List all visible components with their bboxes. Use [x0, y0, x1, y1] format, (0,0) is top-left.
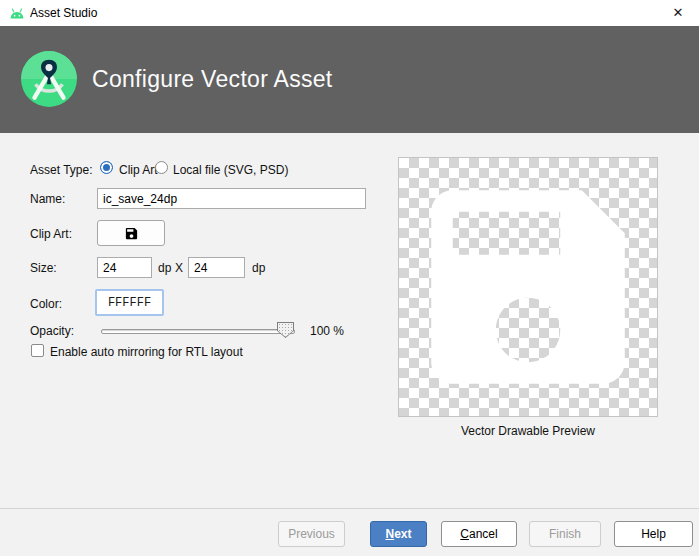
window-title: Asset Studio — [30, 0, 97, 26]
asset-type-label: Asset Type: — [30, 163, 92, 177]
save-floppy-preview-icon — [399, 158, 657, 416]
size-height-input[interactable] — [188, 257, 245, 278]
name-label: Name: — [30, 192, 65, 206]
opacity-value-label: 100 % — [310, 324, 344, 338]
next-button-mnemonic: N — [385, 527, 394, 541]
rtl-mirroring-label[interactable]: Enable auto mirroring for RTL layout — [50, 345, 243, 359]
save-floppy-icon — [124, 226, 139, 241]
asset-studio-dialog: Asset Studio ✕ Configure Vector Asset As… — [0, 0, 699, 556]
radio-local-file[interactable] — [155, 161, 168, 174]
footer-separator — [0, 508, 699, 509]
color-value-field[interactable] — [95, 289, 164, 316]
page-title: Configure Vector Asset — [92, 26, 333, 133]
next-button[interactable]: Next — [370, 521, 427, 547]
opacity-slider-track[interactable] — [101, 329, 295, 334]
close-icon[interactable]: ✕ — [665, 0, 691, 26]
opacity-slider-thumb[interactable] — [277, 322, 294, 338]
rtl-mirroring-checkbox[interactable] — [31, 344, 44, 357]
cancel-button[interactable]: Cancel — [441, 521, 517, 547]
clip-art-picker-button[interactable] — [97, 220, 165, 246]
previous-button[interactable]: Previous — [278, 521, 345, 547]
vector-drawable-preview-panel — [398, 157, 658, 417]
clip-art-label: Clip Art: — [30, 227, 72, 241]
cancel-button-label: ancel — [469, 527, 498, 541]
android-studio-logo-icon — [20, 50, 78, 108]
size-unit-width-label: dp — [158, 261, 171, 275]
preview-caption: Vector Drawable Preview — [398, 424, 658, 438]
opacity-label: Opacity: — [30, 324, 74, 338]
finish-button[interactable]: Finish — [529, 521, 601, 547]
color-label: Color: — [30, 297, 62, 311]
next-button-label: ext — [394, 527, 411, 541]
size-width-input[interactable] — [97, 257, 152, 278]
radio-clip-art[interactable] — [100, 161, 113, 174]
size-unit-height-label: dp — [252, 261, 265, 275]
help-button[interactable]: Help — [614, 521, 693, 547]
android-head-icon — [9, 6, 25, 20]
radio-local-file-label[interactable]: Local file (SVG, PSD) — [173, 163, 288, 177]
size-label: Size: — [30, 261, 57, 275]
cancel-button-mnemonic: C — [460, 527, 469, 541]
wizard-header-banner: Configure Vector Asset — [0, 26, 699, 133]
size-x-separator: X — [175, 261, 183, 275]
name-input[interactable] — [97, 188, 366, 209]
radio-clip-art-label[interactable]: Clip Art — [119, 163, 158, 177]
window-titlebar: Asset Studio ✕ — [0, 0, 699, 26]
opacity-slider-thumb-texture — [278, 323, 293, 337]
